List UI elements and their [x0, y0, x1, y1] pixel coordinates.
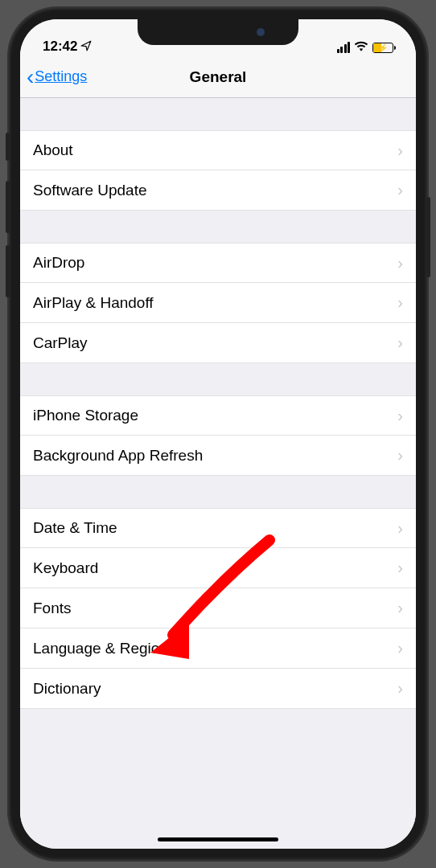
cellular-signal-icon — [337, 42, 351, 53]
row-label: AirPlay & Handoff — [33, 294, 154, 312]
chevron-right-icon: › — [397, 334, 403, 352]
battery-icon: ⚡ — [372, 43, 393, 53]
status-left: 12:42 — [43, 39, 92, 55]
row-fonts[interactable]: Fonts › — [20, 588, 416, 628]
chevron-right-icon: › — [397, 639, 403, 657]
back-button[interactable]: ‹ Settings — [27, 66, 87, 88]
chevron-right-icon: › — [397, 679, 403, 698]
row-airplay-handoff[interactable]: AirPlay & Handoff › — [20, 283, 416, 323]
chevron-right-icon: › — [397, 519, 403, 538]
row-software-update[interactable]: Software Update › — [20, 170, 416, 211]
group-airdrop: AirDrop › AirPlay & Handoff › CarPlay › — [20, 243, 416, 363]
row-label: CarPlay — [33, 334, 88, 352]
row-label: Keyboard — [33, 559, 98, 577]
row-language-region[interactable]: Language & Region › — [20, 628, 416, 669]
row-label: About — [33, 141, 73, 159]
row-background-app-refresh[interactable]: Background App Refresh › — [20, 436, 416, 476]
mute-switch — [6, 133, 10, 161]
chevron-right-icon: › — [397, 141, 403, 160]
status-right: ⚡ — [337, 40, 394, 55]
row-label: Dictionary — [33, 680, 101, 698]
volume-up-button — [6, 181, 10, 233]
row-date-time[interactable]: Date & Time › — [20, 508, 416, 548]
status-time: 12:42 — [43, 39, 77, 55]
volume-down-button — [6, 245, 10, 297]
group-storage: iPhone Storage › Background App Refresh … — [20, 395, 416, 476]
row-label: Software Update — [33, 182, 147, 199]
chevron-left-icon: ‹ — [27, 66, 34, 88]
nav-bar: ‹ Settings General — [20, 56, 416, 98]
phone-screen: 12:42 ⚡ ‹ Sett — [20, 19, 416, 849]
notch — [138, 19, 298, 45]
chevron-right-icon: › — [397, 181, 403, 199]
row-keyboard[interactable]: Keyboard › — [20, 548, 416, 588]
chevron-right-icon: › — [397, 599, 403, 617]
row-carplay[interactable]: CarPlay › — [20, 323, 416, 363]
row-about[interactable]: About › — [20, 130, 416, 170]
page-title: General — [190, 68, 247, 86]
phone-frame: 12:42 ⚡ ‹ Sett — [9, 8, 427, 860]
group-about: About › Software Update › — [20, 130, 416, 211]
row-label: Background App Refresh — [33, 447, 203, 465]
row-label: iPhone Storage — [33, 407, 138, 424]
group-date-time: Date & Time › Keyboard › Fonts › Languag… — [20, 508, 416, 709]
row-label: AirDrop — [33, 254, 84, 272]
chevron-right-icon: › — [397, 446, 403, 465]
row-label: Language & Region — [33, 640, 168, 657]
back-label: Settings — [35, 68, 87, 85]
home-indicator[interactable] — [158, 837, 278, 841]
location-arrow-icon — [80, 40, 92, 54]
row-dictionary[interactable]: Dictionary › — [20, 669, 416, 709]
chevron-right-icon: › — [397, 293, 403, 312]
wifi-icon — [354, 40, 368, 55]
chevron-right-icon: › — [397, 559, 403, 577]
power-button — [426, 197, 430, 277]
row-label: Fonts — [33, 600, 72, 617]
chevron-right-icon: › — [397, 254, 403, 272]
row-airdrop[interactable]: AirDrop › — [20, 243, 416, 283]
settings-content[interactable]: About › Software Update › AirDrop › AirP… — [20, 98, 416, 849]
row-iphone-storage[interactable]: iPhone Storage › — [20, 395, 416, 436]
chevron-right-icon: › — [397, 407, 403, 425]
row-label: Date & Time — [33, 519, 117, 537]
